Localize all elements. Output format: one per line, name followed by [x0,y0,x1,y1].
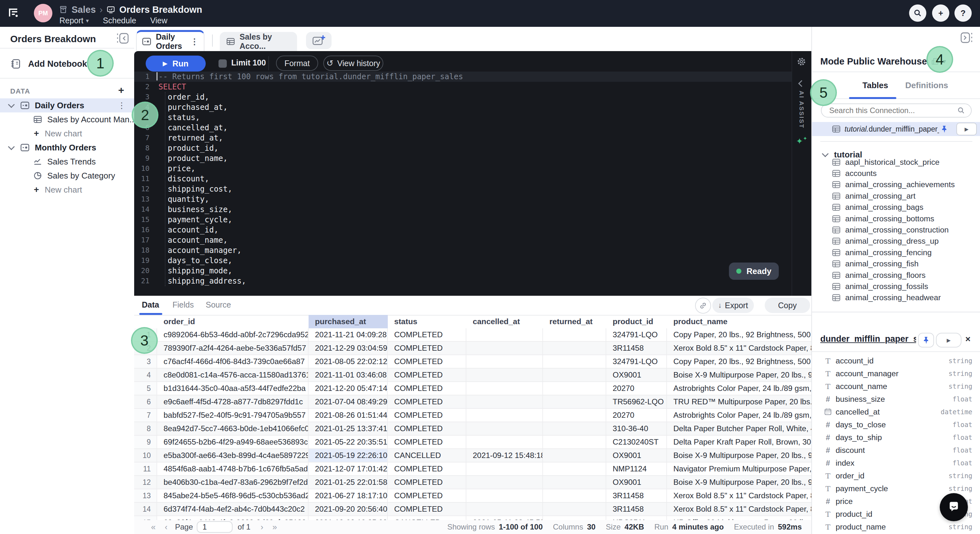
cell-returned_at[interactable] [543,328,606,341]
code-line[interactable]: 12 shipping_cost, [134,184,792,194]
sidebar-item-new-chart[interactable]: +New chart [0,127,134,140]
cell-returned_at[interactable] [543,409,606,421]
code-line[interactable]: 8 product_id, [134,143,792,153]
cell-product_name[interactable]: Copy Paper, 20 lbs., 92 Brightness, 500 … [667,355,811,368]
sidebar-item-daily-orders[interactable]: Daily Orders⋮ [0,99,134,113]
cell-cancelled_at[interactable]: 2021-09-12 15:48:18 [466,449,543,462]
code-line[interactable]: 1-- Returns first 100 rows from tutorial… [134,72,792,82]
tab-source[interactable]: Source [206,300,231,310]
menu-item-report[interactable]: Report▾ [59,16,89,25]
column-row[interactable]: #business_sizefloat [812,393,980,405]
cell-index[interactable]: 9 [134,435,157,448]
cell-cancelled_at[interactable] [466,328,543,341]
cell-product_name[interactable]: Boise X-9 Multipurpose Paper, 20 lbs., 9… [667,476,811,489]
cell-product_id[interactable]: OX9001 [606,476,667,489]
cell-cancelled_at[interactable] [466,476,543,489]
menu-item-view[interactable]: View [150,16,167,25]
cell-product_name[interactable]: Boise X-9 Multipurpose Paper, 20 lbs., 9… [667,449,811,462]
table-detail-title[interactable]: dunder_mifflin_paper_s... [820,334,916,344]
sidebar-item-sales-by-category[interactable]: Sales by Category [0,168,134,183]
code-line[interactable]: 17 account_name, [134,235,792,245]
cell-returned_at[interactable] [543,503,606,515]
cell-status[interactable]: COMPLETED [388,382,466,395]
cell-cancelled_at[interactable] [466,422,543,435]
cell-purchased_at[interactable]: 2021-09-20 20:56:40 [309,503,388,515]
ai-sparkle-icon[interactable]: ✦✦ [796,135,807,146]
view-history-button[interactable]: ↺ View history [323,56,383,71]
cell-returned_at[interactable] [543,396,606,408]
cell-status[interactable]: COMPLETED [388,503,466,515]
code-line[interactable]: 20 shipping_mode, [134,266,792,276]
code-line[interactable]: 13 quantity, [134,194,792,204]
cell-order_id[interactable]: 8ea942d7-5cc7-4663-b0de-1eb41066efc0 [157,422,309,435]
detail-close-button[interactable]: × [965,334,970,344]
add-query-button[interactable]: + [118,84,124,96]
cell-order_id[interactable]: c8e0d081-c14a-4576-acca-11580ad13761 [157,369,309,381]
code-line[interactable]: 16 account_id, [134,225,792,235]
column-row[interactable]: #days_to_closefloat [812,418,980,431]
cell-status[interactable]: COMPLETED [388,369,466,381]
cell-purchased_at[interactable]: 2021-08-26 01:51:44 [309,409,388,421]
cell-index[interactable]: 3 [134,355,157,368]
code-line[interactable]: 4 purchased_at, [134,102,792,113]
cell-product_id[interactable]: 3R11458 [606,503,667,515]
cell-product_name[interactable]: Delta Paper Kraft Paper Roll, Brown, 30 … [667,435,811,448]
kebab-icon[interactable]: ⋮ [118,101,126,111]
new-chart-tab-button[interactable] [306,32,332,49]
add-notebook-button[interactable]: Add Notebook [10,56,87,72]
cell-cancelled_at[interactable] [466,396,543,408]
connection-search[interactable] [821,103,972,118]
column-header-purchased_at[interactable]: purchased_at [309,315,388,328]
chevron-down-icon[interactable] [8,143,15,150]
column-row[interactable]: cancelled_atdatetime [812,405,980,418]
cell-cancelled_at[interactable] [466,355,543,368]
cell-returned_at[interactable] [543,435,606,448]
cell-index[interactable]: 13 [134,489,157,502]
copy-button[interactable]: Copy [765,298,810,313]
cell-returned_at[interactable] [543,449,606,462]
cell-index[interactable]: 8 [134,422,157,435]
cell-product_name[interactable]: Delta Paper Butcher Paper Roll, White, 4… [667,422,811,435]
cell-index[interactable]: 7 [134,409,157,421]
table-list-item[interactable]: animal_crossing_fish [812,258,980,270]
avatar[interactable]: PM [34,4,52,22]
format-button[interactable]: Format [276,56,318,71]
cell-product_name[interactable]: Xerox Bold 8.5" x 11" Cardstock Paper, 8… [667,342,811,354]
cell-returned_at[interactable] [543,355,606,368]
code-line[interactable]: 7 returned_at, [134,133,792,143]
table-list-item[interactable]: animal_crossing_dress_up [812,236,980,247]
cell-order_id[interactable]: 789390f7-a2f4-4264-aebe-5e336a57fd57 [157,342,309,354]
cell-product_id[interactable]: NMP1124 [606,462,667,475]
first-page-button[interactable]: « [147,522,160,532]
detail-preview-button[interactable]: ▶ [936,333,961,348]
pin-icon[interactable] [940,125,948,133]
column-header-index[interactable] [134,315,157,328]
cell-index[interactable]: 11 [134,462,157,475]
cell-product_id[interactable]: C2130240ST [606,435,667,448]
cell-purchased_at[interactable]: 2021-12-07 17:01:42 [309,462,388,475]
code-line[interactable]: 10 price, [134,164,792,174]
cell-order_id[interactable]: be406b30-c1ba-4ed7-83a6-2962b9f7ef2d [157,476,309,489]
run-button[interactable]: ▶ Run [146,56,206,72]
cell-order_id[interactable]: e9c6aeff-4f5d-4728-a877-7db8297fdd1c [157,396,309,408]
column-header-order_id[interactable]: order_id [157,315,309,328]
cell-order_id[interactable]: 69f24655-b2b6-4f29-a949-68aee536893c [157,435,309,448]
table-list-item[interactable]: animal_crossing_fossils [812,281,980,292]
cell-cancelled_at[interactable] [466,489,543,502]
cell-status[interactable]: COMPLETED [388,476,466,489]
cell-status[interactable]: COMPLETED [388,355,466,368]
cell-order_id[interactable]: babfd527-f5e2-40f5-9c91-794705a9b557 [157,409,309,421]
cell-status[interactable]: COMPLETED [388,342,466,354]
cell-returned_at[interactable] [543,476,606,489]
cell-cancelled_at[interactable] [466,369,543,381]
cell-returned_at[interactable] [543,342,606,354]
tab-fields[interactable]: Fields [172,300,194,310]
cell-product_name[interactable]: Navigator Premium Multipurpose Paper, 24… [667,462,811,475]
cell-returned_at[interactable] [543,382,606,395]
help-button[interactable]: ? [955,5,972,22]
cell-product_id[interactable]: 20270 [606,409,667,421]
tab-data[interactable]: Data [142,300,159,310]
cell-purchased_at[interactable]: 2021-11-21 04:09:28 [309,328,388,341]
mode-logo-icon[interactable] [7,6,20,19]
code-line[interactable]: 21 shipping_address, [134,276,792,286]
